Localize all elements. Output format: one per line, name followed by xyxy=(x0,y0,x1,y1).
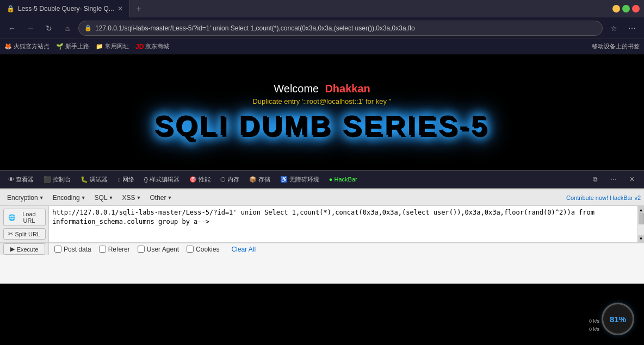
lock-icon: 🔒 xyxy=(84,24,92,32)
devtools-style-editor[interactable]: {} 样式编辑器 xyxy=(140,174,183,185)
new-tab-button[interactable]: ＋ xyxy=(130,0,147,17)
hackbar-url-area: 🌐 Load URL ✂ Split URL http://127.0.0.1/… xyxy=(0,206,644,243)
forward-button[interactable]: → xyxy=(23,21,38,36)
tab-favicon: 🔒 xyxy=(7,5,15,12)
xss-menu[interactable]: XSS ▼ xyxy=(119,192,145,203)
scroll-thumb[interactable] xyxy=(639,214,644,224)
nav-bar: ← → ↻ ⌂ 🔒 ☆ ⋯ xyxy=(0,17,644,39)
hackbar-toolbar: Encryption ▼ Encoding ▼ SQL ▼ XSS ▼ Othe… xyxy=(0,190,644,206)
load-url-button[interactable]: 🌐 Load URL xyxy=(3,209,46,226)
restore-button[interactable] xyxy=(622,5,630,12)
user-agent-checkbox[interactable]: User Agent xyxy=(138,246,179,253)
encryption-menu[interactable]: Encryption ▼ xyxy=(3,192,48,203)
bookmark-huo-lang[interactable]: 🦊 火狐官方站点 xyxy=(4,42,49,51)
split-url-icon: ✂ xyxy=(8,230,13,237)
bookmark-mobile[interactable]: 移动设备上的书签 xyxy=(592,42,640,51)
bookmark-jd[interactable]: JD 京东商城 xyxy=(135,42,169,51)
page-content: Welcome Dhakkan Duplicate entry '::root@… xyxy=(0,54,644,170)
other-arrow: ▼ xyxy=(167,195,172,200)
devtools-hackbar[interactable]: ● HackBar xyxy=(325,174,361,184)
hackbar-execute-section: ▶ Execute xyxy=(0,243,49,255)
devtools-network[interactable]: ↕ 网络 xyxy=(114,174,138,185)
scroll-down-button[interactable]: ▼ xyxy=(638,235,644,242)
split-url-button[interactable]: ✂ Split URL xyxy=(3,228,46,240)
minimize-button[interactable] xyxy=(612,5,620,12)
sqli-banner: SQLI DUMB SERIES-5 xyxy=(154,110,489,142)
back-button[interactable]: ← xyxy=(4,21,20,36)
devtools-right: ⧉ ⋯ ✕ xyxy=(587,172,640,187)
active-tab[interactable]: 🔒 Less-5 Double Query- Single Q... ✕ xyxy=(0,0,130,17)
detach-button[interactable]: ⧉ xyxy=(587,172,603,187)
hackbar-dot-icon: ● xyxy=(329,176,333,183)
encoding-menu[interactable]: Encoding ▼ xyxy=(49,192,90,203)
sql-arrow: ▼ xyxy=(109,195,114,200)
network-icon: ↕ xyxy=(117,176,121,183)
devtools-performance[interactable]: 🎯 性能 xyxy=(185,174,214,185)
bookmarks-bar: 🦊 火狐官方站点 🌱 新手上路 📁 常用网址 JD 京东商城 移动设备上的书签 xyxy=(0,39,644,54)
devtools-bar: 👁 查看器 ⬛ 控制台 🐛 调试器 ↕ 网络 {} 样式编辑器 🎯 性能 ⬡ 内… xyxy=(0,170,644,189)
contribute-link[interactable]: Contribute now! HackBar v2 xyxy=(566,195,641,201)
url-input[interactable] xyxy=(95,24,597,32)
scroll-up-button[interactable]: ▲ xyxy=(638,206,644,214)
devtools-memory[interactable]: ⬡ 内存 xyxy=(216,174,243,185)
load-url-icon: 🌐 xyxy=(8,214,16,221)
cpu-badge: 81% xyxy=(602,303,634,335)
execute-button[interactable]: ▶ Execute xyxy=(3,243,46,255)
error-text: Duplicate entry '::root@localhost::1' fo… xyxy=(252,97,391,105)
memory-icon: ⬡ xyxy=(220,176,226,183)
other-menu[interactable]: Other ▼ xyxy=(146,192,176,203)
devtools-storage[interactable]: 📦 存储 xyxy=(245,174,274,185)
scroll-track xyxy=(638,214,644,235)
encoding-arrow: ▼ xyxy=(81,195,86,200)
net-down: 0 k/s xyxy=(589,325,599,333)
devtools-accessibility[interactable]: ♿ 无障碍环境 xyxy=(276,174,323,185)
referer-checkbox[interactable]: Referer xyxy=(99,246,130,253)
address-bar[interactable]: 🔒 xyxy=(78,21,603,36)
cookies-checkbox[interactable]: Cookies xyxy=(187,246,219,253)
devtools-debugger[interactable]: 🐛 调试器 xyxy=(77,174,112,185)
bookmark-new-road[interactable]: 🌱 新手上路 xyxy=(56,42,89,51)
tab-bar: 🔒 Less-5 Double Query- Single Q... ✕ ＋ xyxy=(0,0,644,17)
hackbar-url-input: http://127.0.0.1/sqli-labs-master/Less-5… xyxy=(49,206,637,242)
bookmarks-icon[interactable]: ☆ xyxy=(606,21,621,36)
debugger-icon: 🐛 xyxy=(81,176,88,183)
welcome-text: Welcome Dhakkan xyxy=(274,83,370,95)
net-up: 0 k/s xyxy=(589,317,599,325)
accessibility-icon: ♿ xyxy=(280,176,288,183)
style-icon: {} xyxy=(144,176,148,183)
close-window-button[interactable] xyxy=(632,5,640,12)
bookmark-common-url[interactable]: 📁 常用网址 xyxy=(96,42,129,51)
tab-title: Less-5 Double Query- Single Q... xyxy=(18,5,114,12)
xss-arrow: ▼ xyxy=(137,195,141,200)
inspector-icon: 👁 xyxy=(8,176,14,183)
hackbar-actions-panel: 🌐 Load URL ✂ Split URL xyxy=(0,206,49,242)
post-data-checkbox[interactable]: Post data xyxy=(54,246,91,253)
sql-menu[interactable]: SQL ▼ xyxy=(91,192,117,203)
devtools-more-button[interactable]: ⋯ xyxy=(606,172,621,187)
cpu-percent: 81% xyxy=(610,315,626,324)
clear-all-button[interactable]: Clear All xyxy=(227,244,260,255)
devtools-console[interactable]: ⬛ 控制台 xyxy=(40,174,75,185)
home-button[interactable]: ⌂ xyxy=(60,21,75,36)
console-icon: ⬛ xyxy=(44,176,51,183)
hackbar-scrollbar[interactable]: ▲ ▼ xyxy=(637,206,644,242)
reload-button[interactable]: ↻ xyxy=(41,21,57,36)
hackbar-checkboxes: Post data Referer User Agent Cookies Cle… xyxy=(49,243,644,255)
performance-icon: 🎯 xyxy=(189,176,197,183)
net-stats: 0 k/s 0 k/s xyxy=(589,317,599,333)
hackbar-lower: ▶ Execute Post data Referer User Agent C… xyxy=(0,243,644,255)
hackbar-panel: Encryption ▼ Encoding ▼ SQL ▼ XSS ▼ Othe… xyxy=(0,189,644,284)
devtools-close-button[interactable]: ✕ xyxy=(624,172,640,187)
tab-close-icon[interactable]: ✕ xyxy=(117,5,123,12)
encryption-arrow: ▼ xyxy=(39,195,44,200)
execute-icon: ▶ xyxy=(10,246,15,253)
more-menu-button[interactable]: ⋯ xyxy=(624,21,640,36)
welcome-name: Dhakkan xyxy=(325,83,370,95)
devtools-inspector[interactable]: 👁 查看器 xyxy=(4,174,38,185)
url-textarea[interactable]: http://127.0.0.1/sqli-labs-master/Less-5… xyxy=(49,206,637,242)
storage-icon: 📦 xyxy=(249,176,257,183)
